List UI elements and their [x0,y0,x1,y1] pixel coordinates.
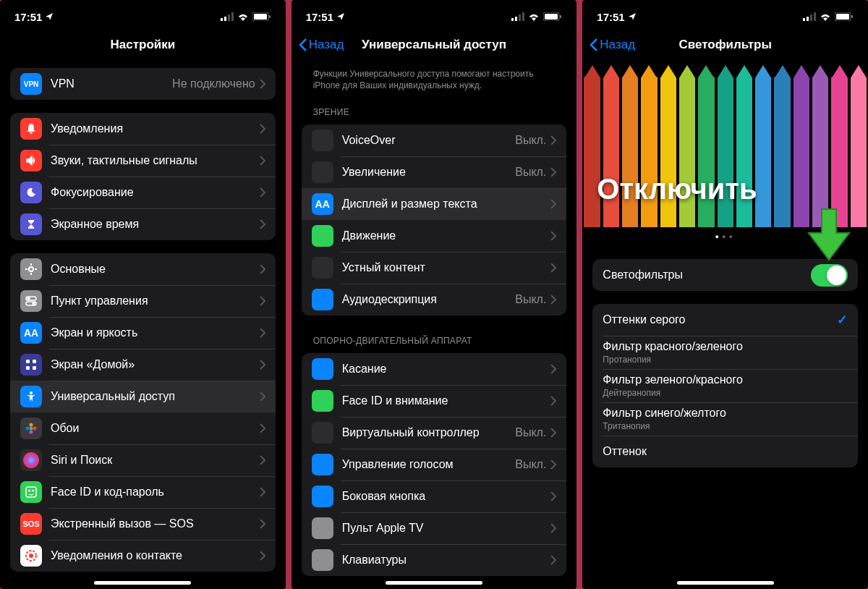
svg-point-8 [27,297,30,300]
app-icon [312,225,333,247]
chevron-right-icon [550,491,556,501]
list-row[interactable]: SOSЭкстренный вызов — SOS [10,508,276,540]
row-label: Увеличение [342,166,516,179]
wifi-icon [237,12,249,21]
chevron-right-icon [260,296,265,306]
row-label: Боковая кнопка [342,490,551,503]
back-label: Назад [309,38,344,52]
list-row[interactable]: УвеличениеВыкл. [302,156,567,188]
checkmark-icon: ✓ [837,312,848,328]
pencil-icon [811,61,830,227]
chevron-right-icon [550,167,556,177]
home-indicator[interactable] [94,581,191,585]
row-label: VPN [51,77,172,90]
color-preview[interactable]: Отключить [582,61,868,227]
list-row[interactable]: Фокусирование [10,177,276,208]
svg-rect-36 [810,14,812,21]
list-row[interactable]: Управление голосомВыкл. [302,449,567,480]
row-label: Оттенок [603,445,848,458]
svg-rect-6 [269,15,271,18]
list-row[interactable]: Экран «Домой» [10,349,276,381]
app-icon [312,289,333,310]
list-row[interactable]: Пульт Apple TV [302,512,567,544]
list-row[interactable]: Универсальный доступ [10,381,276,412]
row-value: Не подключено [172,77,255,90]
row-label: Фокусирование [51,186,260,199]
svg-rect-33 [560,15,561,18]
toggle-switch[interactable] [811,264,848,287]
chevron-right-icon [550,364,556,374]
list-row[interactable]: VoiceOverВыкл. [302,124,567,156]
back-button[interactable]: Назад [590,38,635,52]
svg-rect-13 [26,366,30,370]
list-row[interactable]: AAДисплей и размер текста [302,188,567,220]
status-time: 17:51 [14,11,42,23]
list-row[interactable]: Уведомления [10,113,276,145]
row-label: Экран «Домой» [51,358,260,371]
svg-point-21 [23,452,39,468]
status-bar: 17:51 [582,0,868,29]
section-header-vision: ЗРЕНИЕ [302,103,567,122]
list-row[interactable]: Экранное время [10,208,276,240]
list-row[interactable]: Уведомления о контакте [10,540,276,572]
row-label: Siri и Поиск [51,454,260,467]
list-row[interactable]: Обои [10,412,276,444]
pencil-icon [830,61,848,227]
app-icon [312,486,333,507]
row-vpn[interactable]: VPN VPN Не подключено [10,68,276,100]
color-filters-screen: 17:51 Назад Светофильтры Отключить ●●● С… [582,0,868,589]
list-row[interactable]: Основные [10,253,276,285]
filter-option[interactable]: Оттенок [592,436,858,467]
hourglass-icon [20,213,42,235]
list-row[interactable]: Клавиатуры [302,544,567,576]
list-row[interactable]: Устный контент [302,252,567,284]
list-row[interactable]: Пункт управления [10,285,276,317]
chevron-right-icon [260,519,265,529]
row-label: Уведомления [51,122,260,135]
filter-option[interactable]: Оттенки серого✓ [592,304,858,336]
row-color-filters-toggle[interactable]: Светофильтры [592,259,858,291]
svg-point-24 [33,490,34,491]
home-indicator[interactable] [677,581,774,585]
home-indicator[interactable] [386,581,482,585]
svg-rect-12 [33,360,36,363]
list-row[interactable]: Face ID и внимание [302,385,567,417]
chevron-right-icon [260,156,265,166]
list-row[interactable]: Касание [302,353,567,385]
back-label: Назад [600,38,635,52]
app-icon [312,257,333,279]
overlay-text: Отключить [597,173,757,205]
accessibility-icon [20,386,42,407]
list-row[interactable]: Siri и Поиск [10,444,276,476]
svg-rect-32 [545,14,558,20]
list-row[interactable]: Движение [302,220,567,252]
row-sublabel: Дейтеранопия [603,388,848,398]
svg-rect-29 [519,14,521,21]
list-row[interactable]: Звуки, тактильные сигналы [10,145,276,177]
svg-rect-2 [228,14,230,21]
filter-option[interactable]: Фильтр синего/желтогоТританопия [592,402,858,436]
list-row[interactable]: Face ID и код-пароль [10,476,276,508]
row-label: Устный контент [342,261,551,274]
row-value: Выкл. [515,166,546,179]
row-label: Face ID и внимание [342,394,551,407]
filter-option[interactable]: Фильтр зеленого/красногоДейтеранопия [592,369,858,402]
chevron-right-icon [260,264,265,274]
list-row[interactable]: Виртуальный контроллерВыкл. [302,417,567,449]
back-button[interactable]: Назад [299,38,344,52]
filter-option[interactable]: Фильтр красного/зеленогоПротанопия [592,336,858,369]
flower-icon [20,418,42,439]
chevron-right-icon [550,428,556,438]
chevron-right-icon [260,124,265,134]
chevron-right-icon [260,423,265,433]
row-label: Касание [342,363,551,376]
list-row[interactable]: Боковая кнопка [302,480,567,512]
list-row[interactable]: АудиодескрипцияВыкл. [302,284,567,315]
list-row[interactable]: AAЭкран и яркость [10,317,276,349]
row-label: Пункт управления [51,294,260,308]
row-value: Выкл. [515,458,546,471]
app-icon [312,130,333,151]
sound-icon [20,150,42,171]
svg-rect-11 [26,360,30,363]
chevron-right-icon [260,219,265,229]
